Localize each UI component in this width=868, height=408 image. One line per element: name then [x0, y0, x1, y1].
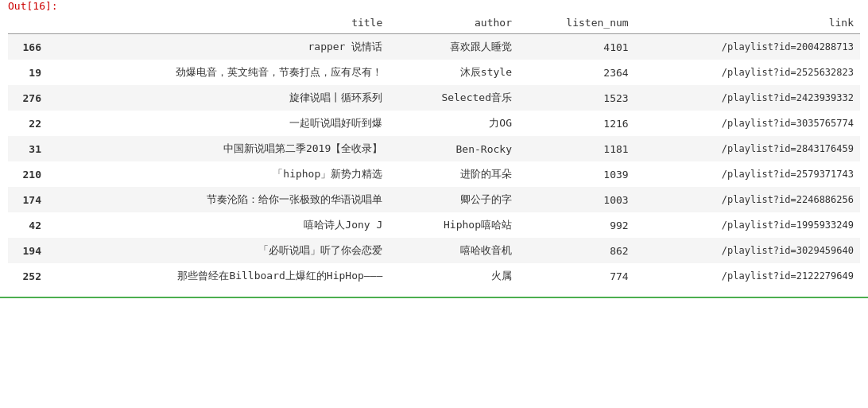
cell-index: 276 [8, 85, 48, 111]
table-row: 42嘻哈诗人Jony JHiphop嘻哈站992/playlist?id=199… [8, 212, 860, 238]
cell-title: 中国新说唱第二季2019【全收录】 [48, 136, 389, 161]
cell-link: /playlist?id=2525632823 [635, 60, 860, 85]
cell-author: 嘻哈收音机 [389, 238, 518, 263]
cell-author: 火属 [389, 263, 518, 289]
table-row: 252那些曾经在Billboard上爆红的HipHop———火属774/play… [8, 263, 860, 289]
cell-title: rapper 说情话 [48, 34, 389, 60]
cell-index: 22 [8, 111, 48, 136]
table-row: 174节奏沦陷：给你一张极致的华语说唱单卿公子的字1003/playlist?i… [8, 187, 860, 212]
col-link: link [635, 12, 860, 34]
cell-link: /playlist?id=1995933249 [635, 212, 860, 238]
cell-link: /playlist?id=2579371743 [635, 161, 860, 187]
cell-index: 194 [8, 238, 48, 263]
col-listen-num: listen_num [518, 12, 635, 34]
cell-title: 旋律说唱丨循环系列 [48, 85, 389, 111]
cell-link: /playlist?id=2843176459 [635, 136, 860, 161]
table-row: 276旋律说唱丨循环系列Selected音乐1523/playlist?id=2… [8, 85, 860, 111]
cell-author: 力OG [389, 111, 518, 136]
table-row: 194「必听说唱」听了你会恋爱嘻哈收音机862/playlist?id=3029… [8, 238, 860, 263]
table-body: 166rapper 说情话喜欢跟人睡觉4101/playlist?id=2004… [8, 34, 860, 289]
cell-title: 嘻哈诗人Jony J [48, 212, 389, 238]
cell-author: 沐辰style [389, 60, 518, 85]
cell-listen-num: 1181 [518, 136, 635, 161]
cell-link: /playlist?id=3029459640 [635, 238, 860, 263]
cell-author: 卿公子的字 [389, 187, 518, 212]
cell-author: Ben-Rocky [389, 136, 518, 161]
cell-listen-num: 992 [518, 212, 635, 238]
cell-listen-num: 2364 [518, 60, 635, 85]
cell-link: /playlist?id=2246886256 [635, 187, 860, 212]
col-author: author [389, 12, 518, 34]
col-index [8, 12, 48, 34]
cell-listen-num: 1216 [518, 111, 635, 136]
cell-index: 166 [8, 34, 48, 60]
cell-index: 210 [8, 161, 48, 187]
table-row: 19劲爆电音，英文纯音，节奏打点，应有尽有！沐辰style2364/playli… [8, 60, 860, 85]
out-label-line: Out[16]: [0, 0, 868, 12]
cell-index: 31 [8, 136, 48, 161]
cell-index: 42 [8, 212, 48, 238]
cell-link: /playlist?id=2122279649 [635, 263, 860, 289]
cell-listen-num: 774 [518, 263, 635, 289]
table-wrapper: title author listen_num link 166rapper 说… [0, 12, 868, 298]
cell-title: 那些曾经在Billboard上爆红的HipHop——— [48, 263, 389, 289]
cell-listen-num: 1039 [518, 161, 635, 187]
out-label: Out[16]: [0, 0, 66, 15]
cell-link: /playlist?id=2004288713 [635, 34, 860, 60]
table-row: 31中国新说唱第二季2019【全收录】Ben-Rocky1181/playlis… [8, 136, 860, 161]
cell-index: 252 [8, 263, 48, 289]
cell-title: 「hiphop」新势力精选 [48, 161, 389, 187]
cell-author: 喜欢跟人睡觉 [389, 34, 518, 60]
cell-index: 174 [8, 187, 48, 212]
table-row: 210「hiphop」新势力精选进阶的耳朵1039/playlist?id=25… [8, 161, 860, 187]
cell-listen-num: 1003 [518, 187, 635, 212]
cell-listen-num: 4101 [518, 34, 635, 60]
cell-author: Hiphop嘻哈站 [389, 212, 518, 238]
cell-index: 19 [8, 60, 48, 85]
cell-author: 进阶的耳朵 [389, 161, 518, 187]
col-title: title [48, 12, 389, 34]
cell-listen-num: 862 [518, 238, 635, 263]
table-row: 22一起听说唱好听到爆力OG1216/playlist?id=303576577… [8, 111, 860, 136]
table-header-row: title author listen_num link [8, 12, 860, 34]
cell-title: 「必听说唱」听了你会恋爱 [48, 238, 389, 263]
cell-author: Selected音乐 [389, 85, 518, 111]
cell-title: 节奏沦陷：给你一张极致的华语说唱单 [48, 187, 389, 212]
data-table: title author listen_num link 166rapper 说… [8, 12, 860, 289]
cell-title: 劲爆电音，英文纯音，节奏打点，应有尽有！ [48, 60, 389, 85]
cell-listen-num: 1523 [518, 85, 635, 111]
cell-title: 一起听说唱好听到爆 [48, 111, 389, 136]
cell-link: /playlist?id=2423939332 [635, 85, 860, 111]
table-row: 166rapper 说情话喜欢跟人睡觉4101/playlist?id=2004… [8, 34, 860, 60]
cell-link: /playlist?id=3035765774 [635, 111, 860, 136]
